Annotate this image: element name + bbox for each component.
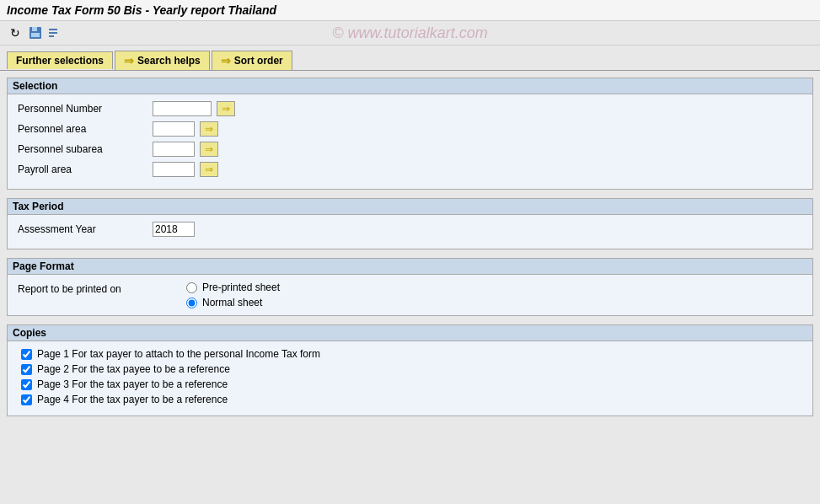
copies-body: Page 1 For tax payer to attach to the pe…	[8, 341, 812, 416]
selection-body: Personnel Number ⇒ Personnel area ⇒ Pers…	[8, 94, 812, 189]
copies-item-1: Page 2 For the tax payee to be a referen…	[21, 363, 799, 375]
sort-order-label: Sort order	[234, 55, 283, 67]
search-helps-arrow-icon: ⇒	[124, 54, 134, 67]
title-bar: Income Tax Form 50 Bis - Yearly report T…	[0, 0, 820, 21]
normal-sheet-label: Normal sheet	[202, 297, 262, 308]
copies-section: Copies Page 1 For tax payer to attach to…	[7, 324, 813, 416]
tab-search-helps[interactable]: ⇒ Search helps	[115, 51, 210, 70]
copies-item-0: Page 1 For tax payer to attach to the pe…	[21, 348, 799, 360]
svg-rect-5	[49, 35, 54, 37]
copies-label-1: Page 2 For the tax payee to be a referen…	[37, 363, 230, 375]
personnel-subarea-row: Personnel subarea ⇒	[18, 142, 802, 157]
svg-rect-2	[31, 33, 40, 37]
copies-item-3: Page 4 For the tax payer to be a referen…	[21, 394, 799, 405]
copies-header: Copies	[8, 325, 812, 341]
personnel-subarea-label: Personnel subarea	[18, 143, 153, 155]
search-helps-label: Search helps	[137, 55, 201, 67]
find-icon[interactable]	[47, 24, 64, 41]
normal-sheet-radio[interactable]	[186, 298, 197, 308]
tab-bar: Further selections ⇒ Search helps ⇒ Sort…	[0, 46, 820, 71]
tax-period-section: Tax Period Assessment Year	[7, 198, 813, 249]
pre-printed-label: Pre-printed sheet	[202, 281, 280, 293]
print-options-group: Pre-printed sheet Normal sheet	[186, 281, 280, 308]
copies-checkbox-3[interactable]	[21, 394, 32, 405]
personnel-subarea-input[interactable]	[153, 142, 195, 157]
tax-period-header: Tax Period	[8, 199, 812, 215]
copies-checkbox-1[interactable]	[21, 364, 32, 375]
svg-rect-1	[32, 27, 37, 31]
payroll-area-row: Payroll area ⇒	[18, 162, 802, 177]
pre-printed-row: Pre-printed sheet	[186, 281, 280, 293]
personnel-area-row: Personnel area ⇒	[18, 121, 802, 137]
selection-header: Selection	[8, 78, 812, 94]
back-icon[interactable]: ↻	[7, 24, 24, 41]
personnel-number-label: Personnel Number	[18, 103, 153, 115]
page-format-body: Report to be printed on Pre-printed shee…	[8, 275, 812, 315]
copies-label-3: Page 4 For the tax payer to be a referen…	[37, 394, 228, 405]
copies-checkbox-0[interactable]	[21, 349, 32, 360]
copies-label-0: Page 1 For tax payer to attach to the pe…	[37, 348, 320, 360]
sort-order-arrow-icon: ⇒	[221, 54, 231, 67]
personnel-number-input[interactable]	[153, 101, 212, 116]
report-printed-label: Report to be printed on	[18, 281, 169, 295]
assessment-year-label: Assessment Year	[18, 223, 153, 235]
svg-rect-4	[49, 32, 57, 34]
personnel-subarea-nav-button[interactable]: ⇒	[200, 142, 218, 157]
copies-item-2: Page 3 For the tax payer to be a referen…	[21, 378, 799, 390]
main-content: Selection Personnel Number ⇒ Personnel a…	[0, 71, 820, 432]
watermark: © www.tutorialkart.com	[332, 24, 487, 42]
personnel-number-row: Personnel Number ⇒	[18, 101, 802, 116]
tab-further-selections[interactable]: Further selections	[7, 51, 113, 69]
payroll-area-input[interactable]	[153, 162, 195, 177]
svg-rect-3	[49, 29, 57, 30]
assessment-year-row: Assessment Year	[18, 222, 802, 237]
assessment-year-input[interactable]	[153, 222, 195, 237]
tab-sort-order[interactable]: ⇒ Sort order	[212, 51, 292, 70]
save-icon[interactable]	[27, 24, 44, 41]
further-selections-label: Further selections	[16, 55, 104, 67]
copies-label-2: Page 3 For the tax payer to be a referen…	[37, 378, 228, 390]
pre-printed-radio[interactable]	[186, 282, 197, 293]
page-title: Income Tax Form 50 Bis - Yearly report T…	[7, 3, 276, 17]
page-format-section: Page Format Report to be printed on Pre-…	[7, 258, 813, 316]
tax-period-body: Assessment Year	[8, 215, 812, 249]
personnel-area-nav-button[interactable]: ⇒	[200, 121, 218, 137]
personnel-area-label: Personnel area	[18, 123, 153, 135]
toolbar: ↻ © www.tutorialkart.com	[0, 21, 820, 46]
payroll-area-nav-button[interactable]: ⇒	[200, 162, 218, 177]
normal-sheet-row: Normal sheet	[186, 297, 280, 308]
page-format-header: Page Format	[8, 259, 812, 275]
personnel-area-input[interactable]	[153, 121, 195, 137]
personnel-number-nav-button[interactable]: ⇒	[217, 101, 235, 116]
copies-checkbox-2[interactable]	[21, 379, 32, 390]
format-field-row: Report to be printed on Pre-printed shee…	[18, 281, 802, 308]
payroll-area-label: Payroll area	[18, 164, 153, 175]
selection-section: Selection Personnel Number ⇒ Personnel a…	[7, 78, 813, 190]
